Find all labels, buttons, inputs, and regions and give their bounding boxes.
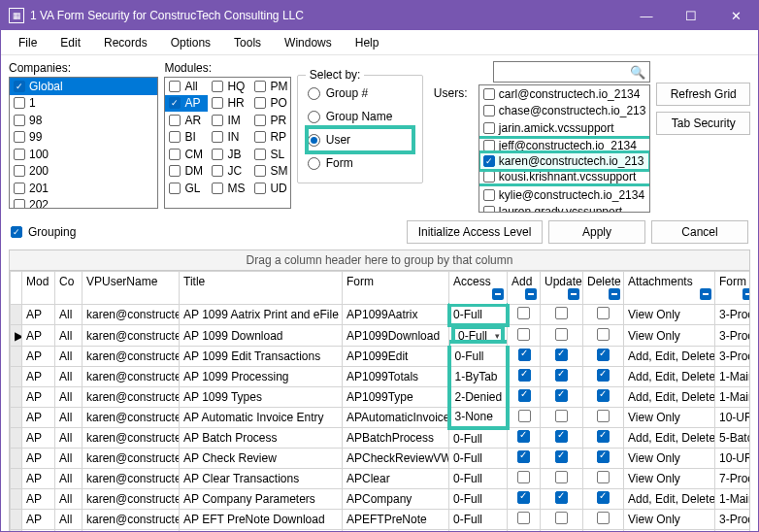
- filter-icon[interactable]: [609, 288, 620, 300]
- checkbox-icon[interactable]: [14, 97, 25, 109]
- checkbox-icon[interactable]: [254, 131, 266, 143]
- table-row[interactable]: AP All karen@constructech AP 1099 Types …: [11, 387, 751, 408]
- checkbox-icon[interactable]: [254, 115, 266, 126]
- user-item[interactable]: kousi.krishnant.vcssupport: [479, 170, 650, 187]
- delete-checkbox[interactable]: [597, 328, 610, 341]
- maximize-button[interactable]: ☐: [669, 1, 713, 30]
- col-header[interactable]: Delete: [583, 272, 624, 305]
- row-selector[interactable]: [11, 510, 22, 530]
- filter-icon[interactable]: [492, 288, 504, 300]
- checkbox-icon[interactable]: [212, 131, 223, 143]
- delete-checkbox[interactable]: [597, 349, 610, 361]
- delete-checkbox[interactable]: [597, 471, 610, 483]
- row-selector[interactable]: [11, 367, 22, 387]
- menu-options[interactable]: Options: [161, 33, 220, 52]
- row-selector[interactable]: [11, 469, 22, 489]
- menu-tools[interactable]: Tools: [224, 33, 271, 52]
- checkbox-icon[interactable]: [254, 97, 266, 109]
- checkbox-icon[interactable]: ✓: [483, 155, 495, 167]
- modules-list[interactable]: All✓APARBICMDMGLHQHRIMINJBJCMSPMPOPRRPSL…: [164, 77, 290, 209]
- minimize-button[interactable]: —: [624, 1, 669, 30]
- checkbox-icon[interactable]: [14, 115, 25, 126]
- checkbox-icon[interactable]: [254, 149, 266, 160]
- col-header[interactable]: Co: [55, 272, 82, 305]
- access-dropdown-list[interactable]: 0-Full1-ByTab2-Denied3-None: [449, 342, 508, 347]
- update-checkbox[interactable]: [555, 328, 568, 341]
- delete-checkbox[interactable]: [597, 430, 610, 443]
- col-header[interactable]: Add: [508, 272, 541, 305]
- col-header[interactable]: Form T: [715, 272, 751, 305]
- checkbox-icon[interactable]: [483, 171, 495, 183]
- delete-checkbox[interactable]: [597, 410, 610, 422]
- update-checkbox[interactable]: [555, 389, 568, 402]
- menu-edit[interactable]: Edit: [50, 33, 90, 52]
- add-checkbox[interactable]: [517, 307, 530, 319]
- company-item[interactable]: 1: [10, 95, 157, 113]
- menu-help[interactable]: Help: [346, 33, 389, 52]
- user-item[interactable]: jeff@constructech.io_2134: [479, 136, 650, 153]
- update-checkbox[interactable]: [555, 450, 568, 463]
- module-item-in[interactable]: IN: [208, 129, 250, 147]
- company-item[interactable]: ✓Global: [10, 78, 157, 95]
- checkbox-icon[interactable]: [212, 81, 223, 92]
- add-checkbox[interactable]: [518, 349, 531, 361]
- add-checkbox[interactable]: [517, 471, 530, 483]
- module-item-pm[interactable]: PM: [250, 78, 290, 95]
- table-row[interactable]: AP All karen@constructech AP EFT PreNote…: [11, 510, 751, 530]
- add-checkbox[interactable]: [517, 450, 530, 463]
- add-checkbox[interactable]: [517, 512, 530, 524]
- row-selector[interactable]: [11, 387, 22, 408]
- cancel-button[interactable]: Cancel: [651, 220, 748, 244]
- company-item[interactable]: 201: [10, 180, 157, 197]
- module-item-ar[interactable]: AR: [165, 112, 208, 129]
- module-item-sl[interactable]: SL: [250, 146, 290, 163]
- checkbox-icon[interactable]: [483, 88, 495, 100]
- checkbox-icon[interactable]: [483, 189, 495, 201]
- table-row[interactable]: AP All karen@constructech AP 1099 Aatrix…: [11, 305, 751, 325]
- radio-user[interactable]: User: [308, 128, 412, 151]
- filter-icon[interactable]: [700, 288, 711, 300]
- row-selector[interactable]: ▶: [11, 325, 22, 347]
- delete-checkbox[interactable]: [597, 307, 610, 319]
- user-item[interactable]: kylie@constructech.io_2134: [479, 186, 650, 204]
- row-selector[interactable]: [11, 408, 22, 428]
- module-item-pr[interactable]: PR: [250, 112, 290, 129]
- update-checkbox[interactable]: [555, 307, 568, 319]
- module-item-ud[interactable]: UD: [250, 180, 290, 197]
- refresh-grid-button[interactable]: Refresh Grid: [656, 83, 750, 106]
- radio-group[interactable]: Group #: [308, 82, 412, 105]
- module-item-sm[interactable]: SM: [250, 163, 290, 181]
- tab-security-button[interactable]: Tab Security: [656, 112, 750, 135]
- initialize-access-button[interactable]: Initialize Access Level: [407, 220, 543, 244]
- table-row[interactable]: AP All karen@constructech AP Company Par…: [11, 489, 751, 510]
- table-row[interactable]: AP All karen@constructech AP Batch Proce…: [11, 428, 751, 449]
- module-item-po[interactable]: PO: [250, 95, 290, 113]
- module-item-hr[interactable]: HR: [208, 95, 250, 113]
- col-header[interactable]: Form: [343, 272, 449, 305]
- row-selector[interactable]: [11, 305, 22, 325]
- row-selector[interactable]: [11, 489, 22, 510]
- menu-records[interactable]: Records: [94, 33, 157, 52]
- row-selector[interactable]: [11, 347, 22, 367]
- table-row[interactable]: AP All karen@constructech AP 1099 Edit T…: [11, 347, 751, 367]
- add-checkbox[interactable]: [517, 491, 530, 504]
- checkbox-icon[interactable]: ✓: [169, 97, 181, 109]
- checkbox-icon[interactable]: [254, 81, 266, 92]
- add-checkbox[interactable]: [518, 410, 531, 422]
- checkbox-icon[interactable]: [14, 149, 25, 160]
- checkbox-icon[interactable]: [14, 131, 25, 143]
- user-item[interactable]: ✓karen@constructech.io_213: [479, 152, 650, 170]
- delete-checkbox[interactable]: [597, 512, 610, 524]
- delete-checkbox[interactable]: [597, 389, 610, 402]
- module-item-ms[interactable]: MS: [208, 180, 250, 197]
- checkbox-icon[interactable]: [14, 183, 25, 194]
- checkbox-icon[interactable]: [212, 97, 223, 109]
- filter-icon[interactable]: [525, 288, 537, 300]
- module-item-im[interactable]: IM: [208, 112, 250, 129]
- checkbox-icon[interactable]: [169, 149, 181, 160]
- table-row[interactable]: AP All karen@constructech AP Check Revie…: [11, 449, 751, 469]
- filter-icon[interactable]: [568, 288, 579, 300]
- update-checkbox[interactable]: [555, 512, 568, 524]
- company-item[interactable]: 98: [10, 112, 157, 129]
- checkbox-icon[interactable]: [254, 165, 266, 177]
